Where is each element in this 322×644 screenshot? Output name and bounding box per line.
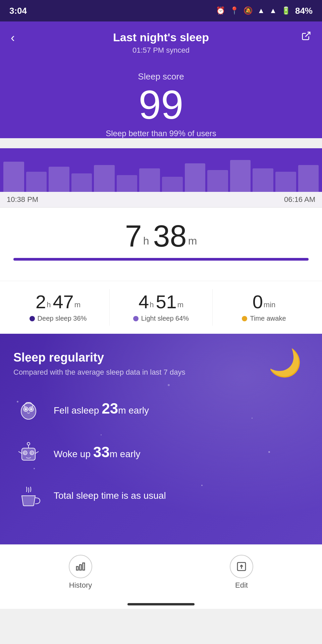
- robot-icon: x x: [13, 437, 44, 467]
- chart-bar: [26, 172, 47, 192]
- deep-dot: [30, 316, 35, 321]
- status-time: 3:04: [9, 6, 27, 16]
- svg-rect-17: [83, 563, 85, 570]
- sleep-score-section: Sleep score 99 Sleep better than 99% of …: [0, 61, 322, 138]
- duration-bar: [13, 258, 309, 261]
- duration-display: 7 h 38 m: [13, 221, 309, 251]
- nav-edit[interactable]: Edit: [216, 551, 267, 593]
- wifi-icon: ▲: [257, 6, 265, 15]
- chart-bar: [275, 172, 296, 192]
- page-title: Last night's sleep: [27, 31, 295, 44]
- sync-time: 01:57 PM synced: [27, 46, 295, 55]
- svg-point-8: [27, 442, 30, 445]
- home-indicator: [0, 598, 322, 609]
- chart-bar: [207, 170, 228, 192]
- fell-asleep-text: Fell asleep 23m early: [54, 399, 149, 418]
- chart-bar: [3, 162, 24, 192]
- svg-line-0: [306, 32, 310, 37]
- chart-bar: [185, 163, 206, 192]
- svg-line-12: [35, 451, 39, 453]
- svg-text:x: x: [30, 451, 32, 455]
- home-bar: [127, 603, 195, 605]
- timeline: 10:38 PM 06:16 AM: [0, 192, 322, 208]
- svg-line-11: [18, 451, 22, 453]
- coffee-icon: [13, 481, 44, 511]
- light-sleep-label: Light sleep 64%: [110, 315, 212, 322]
- chart-bar: [71, 173, 92, 192]
- light-mins: 51: [156, 292, 176, 311]
- light-hours: 4: [139, 292, 149, 311]
- export-button[interactable]: [301, 31, 311, 43]
- header: ‹ Last night's sleep 01:57 PM synced: [0, 21, 322, 61]
- chart-bar: [94, 165, 115, 192]
- regularity-title: Sleep regularity: [13, 351, 309, 365]
- awake-value: 0: [253, 292, 263, 311]
- sleep-score-number: 99: [7, 85, 315, 125]
- chart-bar: [298, 165, 319, 192]
- battery-icon: 🔋: [281, 6, 290, 15]
- sleep-chart: [0, 148, 322, 192]
- phase-light: 4 h 51 m Light sleep 64%: [110, 289, 213, 326]
- svg-text:x: x: [23, 451, 25, 455]
- deep-mins: 47: [53, 292, 73, 311]
- woke-up-text: Woke up 33m early: [54, 442, 141, 462]
- edit-icon-circle: [230, 555, 253, 578]
- duration-m-label: m: [188, 235, 197, 247]
- sleep-score-label: Sleep score: [7, 71, 315, 82]
- duration-section: 7 h 38 m: [0, 208, 322, 281]
- edit-label: Edit: [235, 581, 248, 590]
- reg-item-total: Total sleep time is as usual: [13, 481, 309, 511]
- chart-bar: [139, 168, 160, 192]
- duration-h-label: h: [143, 235, 149, 247]
- svg-point-1: [21, 403, 36, 419]
- duration-minutes: 38: [153, 221, 187, 251]
- regularity-subtitle: Compared with the average sleep data in …: [13, 368, 309, 377]
- regularity-section: 🌙 Sleep regularity Compared with the ave…: [0, 334, 322, 544]
- light-dot: [133, 316, 139, 321]
- svg-point-5: [30, 408, 32, 410]
- phase-awake: 0 min Time awake: [213, 289, 315, 326]
- back-button[interactable]: ‹: [11, 31, 15, 45]
- duration-hours: 7: [125, 221, 142, 251]
- svg-point-4: [25, 408, 27, 410]
- chart-bar: [117, 175, 138, 192]
- svg-rect-16: [79, 565, 81, 570]
- signal-icon: ▲: [269, 6, 277, 15]
- light-sleep-time: 4 h 51 m: [110, 292, 212, 311]
- svg-rect-15: [76, 567, 78, 570]
- awake-time: 0 min: [213, 292, 315, 311]
- status-bar: 3:04 ⏰ 📍 🔕 ▲ ▲ 🔋 84%: [0, 0, 322, 21]
- nav-history[interactable]: History: [55, 551, 106, 593]
- mute-icon: 🔕: [244, 6, 253, 15]
- bottom-nav: History Edit: [0, 544, 322, 598]
- history-label: History: [69, 581, 92, 590]
- deep-sleep-time: 2 h 47 m: [7, 292, 109, 311]
- phase-deep: 2 h 47 m Deep sleep 36%: [7, 289, 110, 326]
- deep-hours: 2: [36, 292, 46, 311]
- history-icon-circle: [69, 555, 92, 578]
- awake-label: Time awake: [213, 315, 315, 322]
- reg-item-fell-asleep: Fell asleep 23m early: [13, 393, 309, 424]
- location-icon: 📍: [230, 6, 239, 15]
- reg-item-woke-up: x x Woke up 33m early: [13, 437, 309, 467]
- awake-dot: [242, 316, 247, 321]
- timeline-end: 06:16 AM: [284, 195, 315, 204]
- sleep-phases: 2 h 47 m Deep sleep 36% 4 h 51 m Light s…: [0, 281, 322, 334]
- chart-bar: [162, 177, 183, 192]
- alarm-icon: ⏰: [216, 6, 225, 15]
- total-sleep-text: Total sleep time is as usual: [54, 490, 166, 502]
- owl-icon: [13, 393, 44, 424]
- chart-bar: [230, 160, 251, 192]
- sleep-score-comparison: Sleep better than 99% of users: [7, 129, 315, 138]
- timeline-start: 10:38 PM: [7, 195, 38, 204]
- deep-sleep-label: Deep sleep 36%: [7, 315, 109, 322]
- chart-bar: [49, 167, 69, 192]
- battery-percent: 84%: [295, 6, 313, 16]
- status-icons: ⏰ 📍 🔕 ▲ ▲ 🔋 84%: [216, 6, 313, 16]
- chart-bar: [253, 168, 273, 192]
